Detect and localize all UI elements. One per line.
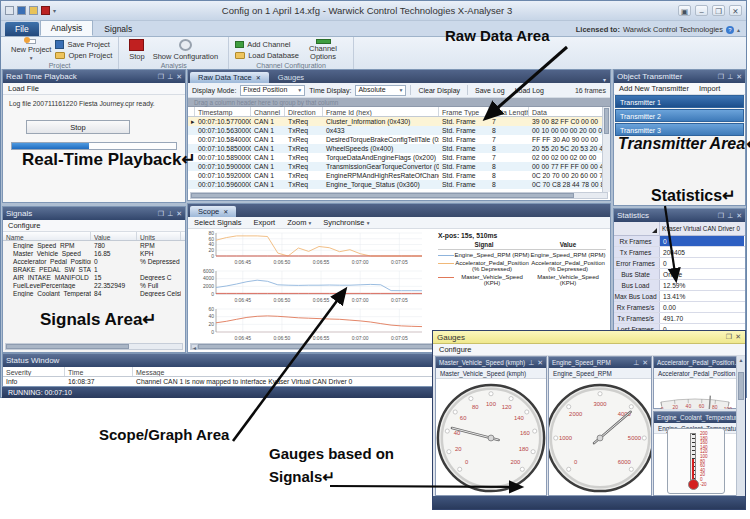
quick-save-icon[interactable] [17, 6, 26, 15]
export-menu[interactable]: Export [254, 218, 276, 227]
scope-chart-speed[interactable]: 60402000:06:450:06:500:06:550:07:000:07:… [190, 306, 430, 344]
panel-pin-icon[interactable]: ⊥ [167, 73, 173, 81]
stop-button[interactable]: Stop [125, 39, 148, 61]
table-row[interactable]: Bus StateOnline [614, 269, 745, 280]
signals-hscrollbar[interactable] [5, 343, 183, 350]
import-menu[interactable]: Import [699, 84, 720, 93]
panel-restore-icon[interactable]: ❐ [158, 210, 164, 218]
load-log-button[interactable]: Load Log [512, 87, 547, 94]
statistics-column-header[interactable]: Kvaser Virtual CAN Driver 0 [660, 222, 745, 235]
table-row[interactable]: FuelLevelPercentage22.352949% Full [3, 281, 185, 289]
window-close-icon[interactable]: ✕ [735, 333, 741, 341]
synchronise-menu[interactable]: Synchronise ▾ [323, 218, 369, 227]
new-project-button[interactable]: New Project ▾ [7, 39, 55, 61]
table-row[interactable]: 00:07:10.5900000CAN 1TxReqTransmissionGe… [188, 162, 610, 171]
open-project-button[interactable]: Open Project [55, 51, 112, 60]
table-row[interactable]: Tx Frames200405 [614, 247, 745, 258]
group-by-bar[interactable]: Drag a column header here to group by th… [188, 98, 610, 107]
window-restore-icon[interactable]: ❐ [726, 333, 732, 341]
window-controls: ▣ – ❐ ✕ [678, 5, 742, 16]
channel-options-button[interactable]: Channel Options [299, 39, 347, 61]
table-row[interactable]: AIR_INTAKE_MANIFOLD_TEMP15Degrees C [3, 273, 185, 281]
quick-open-icon[interactable] [29, 6, 38, 15]
statistics-corner-cell[interactable] [614, 222, 660, 235]
table-row[interactable]: Accelerator_Pedal_Position0% Depressed [3, 257, 185, 265]
panel-pin-icon[interactable]: ⊥ [727, 73, 733, 81]
load-database-button[interactable]: Load Database [235, 51, 299, 60]
transmitter-item[interactable]: Transmitter 1 [615, 95, 744, 108]
help-icon[interactable]: ? [726, 26, 734, 34]
table-row[interactable]: Rx Frames/s0.00 [614, 302, 745, 313]
panel-close-icon[interactable]: ✕ [176, 210, 182, 218]
tab-raw-data-trace[interactable]: Raw Data Trace✕ [190, 72, 269, 83]
save-log-button[interactable]: Save Log [472, 87, 508, 94]
select-signals-menu[interactable]: Select Signals [194, 218, 242, 227]
save-project-button[interactable]: Save Project [55, 40, 112, 49]
display-mode-select[interactable]: Fixed Position▼ [240, 85, 305, 96]
panel-restore-icon[interactable]: ❐ [158, 73, 164, 81]
tab-analysis[interactable]: Analysis [40, 20, 94, 36]
close-icon[interactable]: ✕ [729, 5, 742, 16]
app-icon[interactable] [5, 6, 14, 15]
gauges-vscrollbar[interactable]: ▲ [736, 356, 745, 496]
add-channel-button[interactable]: Add Channel [235, 40, 299, 49]
playback-stop-button[interactable]: Stop [26, 120, 130, 134]
restore-icon[interactable]: ❐ [712, 5, 725, 16]
help-window-icon[interactable]: ▣ [678, 5, 691, 16]
time-display-select[interactable]: Absolute▼ [355, 85, 406, 96]
panel-pin-icon[interactable]: ⊥ [167, 210, 173, 218]
gauges-configure-menu[interactable]: Configure [439, 345, 472, 354]
scope-chart-rpm[interactable]: 60004000200000:06:450:06:500:06:550:07:0… [190, 268, 430, 306]
table-row[interactable]: Engine_Speed_RPM780RPM [3, 241, 185, 249]
table-row[interactable]: ▸00:07:10.5770000CAN 1TxReqCluster_Infor… [188, 117, 610, 126]
table-row[interactable]: 00:07:10.5890000CAN 1TxReqTorqueDataAndE… [188, 153, 610, 162]
table-row[interactable]: Engine_Coolant_Temperature84Degrees Cels… [3, 289, 185, 297]
raw-vscrollbar[interactable] [602, 107, 610, 192]
table-row[interactable]: Error Frames0 [614, 258, 745, 269]
table-row[interactable]: Max Bus Load13.41% [614, 291, 745, 302]
table-row[interactable]: BRAKE_PEDAL_SW_STATUS1 [3, 265, 185, 273]
clear-display-button[interactable]: Clear Display [415, 87, 463, 94]
table-row[interactable]: 00:07:10.5920000CAN 1TxReqEngineRPMAndHi… [188, 171, 610, 180]
minimize-icon[interactable]: – [695, 5, 708, 16]
panel-pin-icon[interactable]: ⊥ [633, 359, 639, 367]
panel-close-icon[interactable]: ✕ [176, 73, 182, 81]
table-row[interactable]: Tx Frames/s491.70 [614, 313, 745, 324]
panel-pin-icon[interactable]: ⊥ [528, 359, 534, 367]
panel-restore-icon[interactable]: ❐ [718, 212, 724, 220]
panel-close-icon[interactable]: ✕ [642, 359, 648, 367]
quick-stop-icon[interactable] [41, 6, 50, 15]
table-row[interactable]: 00:07:10.5850000CAN 1TxReqWheelSpeeds (0… [188, 144, 610, 153]
panel-close-icon[interactable]: ✕ [736, 212, 742, 220]
zoom-menu[interactable]: Zoom ▾ [287, 218, 311, 227]
table-row[interactable]: Rx Frames0 [614, 236, 745, 247]
gauges-body: Master_Vehicle_Speed (kmph) ⊥✕ Master_Ve… [433, 356, 745, 496]
load-file-menu[interactable]: Load File [8, 84, 39, 93]
tab-file[interactable]: File [5, 22, 39, 36]
svg-text:5000: 5000 [628, 435, 642, 441]
panel-restore-icon[interactable]: ❐ [718, 73, 724, 81]
transmitter-item[interactable]: Transmitter 2 [615, 109, 744, 122]
panel-close-icon[interactable]: ✕ [537, 359, 543, 367]
chevron-down-icon[interactable]: ▾ [603, 76, 606, 83]
table-row[interactable]: 00:07:10.5960000CAN 1TxReqEngine_Torque_… [188, 180, 610, 189]
license-caret-icon[interactable]: ▴ [737, 26, 740, 33]
table-row[interactable]: 00:07:10.5840000CAN 1TxReqDesiredTorqueB… [188, 135, 610, 144]
add-new-transmitter-menu[interactable]: Add New Transmitter [619, 84, 689, 93]
show-configuration-button[interactable]: Show Configuration [149, 39, 222, 61]
tab-signals[interactable]: Signals [94, 22, 142, 36]
tab-close-icon[interactable]: ✕ [223, 208, 228, 215]
panel-pin-icon[interactable]: ⊥ [727, 212, 733, 220]
table-row[interactable]: Master_Vehicle_Speed16.85KPH [3, 249, 185, 257]
annotation-gauges-note: Gauges based on Signals↵ [269, 442, 404, 489]
raw-hscrollbar[interactable] [190, 192, 608, 199]
signals-configure-menu[interactable]: Configure [8, 221, 41, 230]
table-row[interactable]: 00:07:10.5630000CAN 1TxReq0x433Std. Fram… [188, 126, 610, 135]
tab-gauges[interactable]: Gauges [270, 72, 312, 83]
tab-close-icon[interactable]: ✕ [256, 74, 261, 81]
table-row[interactable]: Bus Load12.59% [614, 280, 745, 291]
transmitter-list: Transmitter 1Transmitter 2Transmitter 3 [614, 95, 745, 136]
tab-scope[interactable]: Scope✕ [190, 206, 236, 217]
scope-chart-accelerator[interactable]: 8060402000:06:450:06:500:06:550:07:000:0… [190, 230, 430, 268]
panel-close-icon[interactable]: ✕ [736, 73, 742, 81]
